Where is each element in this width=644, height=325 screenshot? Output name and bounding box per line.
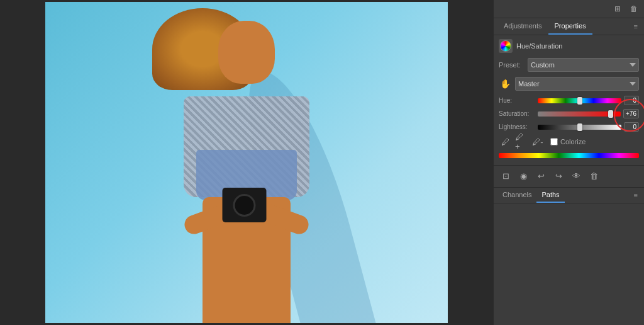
light-thumb[interactable] <box>577 123 582 131</box>
sat-value: +76 <box>623 109 639 118</box>
head <box>218 21 275 84</box>
hs-icon-circle <box>500 40 511 52</box>
clip-to-layer-icon[interactable]: ⊡ <box>499 169 513 183</box>
sat-track-container[interactable] <box>538 111 621 117</box>
visibility-toggle-icon[interactable]: ◉ <box>516 169 530 183</box>
light-slider-group: Lightness: 0 <box>499 122 639 132</box>
colorize-row: Colorize <box>550 138 586 145</box>
light-track-container[interactable] <box>538 125 621 130</box>
sat-label: Saturation: <box>499 110 535 117</box>
preset-dropdown[interactable]: Custom Default Cyanotype Increase Satura… <box>528 58 639 72</box>
tab-properties[interactable]: Properties <box>548 18 592 35</box>
sat-slider-group: Saturation: +76 <box>499 109 639 118</box>
hs-icon <box>499 39 513 53</box>
sat-track[interactable] <box>538 111 621 117</box>
hue-value: 0 <box>624 96 639 105</box>
preset-row: Preset: Custom Default Cyanotype Increas… <box>499 58 639 72</box>
hs-title: Hue/Saturation <box>516 42 562 50</box>
hue-label: Hue: <box>499 97 535 104</box>
delete-icon[interactable]: 🗑 <box>587 169 601 183</box>
hue-slider-row: Hue: 0 <box>499 96 639 105</box>
colorize-checkbox[interactable] <box>550 138 558 145</box>
sat-slider-row: Saturation: +76 <box>499 109 639 118</box>
properties-content: Hue/Saturation Preset: Custom Default Cy… <box>494 35 644 165</box>
hue-track-container[interactable] <box>538 98 621 103</box>
tab-paths[interactable]: Paths <box>536 188 564 203</box>
bottom-tab-bar: Channels Paths ≡ <box>494 187 644 203</box>
channel-dropdown[interactable]: Master Reds Yellows Greens Cyans Blues M… <box>515 77 639 91</box>
color-spectrum-bar <box>499 153 639 158</box>
undo-icon[interactable]: ↩ <box>534 169 548 183</box>
eyedropper-plus-icon[interactable]: 🖊+ <box>515 135 528 148</box>
canvas-area <box>0 0 493 325</box>
panel-menu-icon[interactable]: ≡ <box>631 18 640 35</box>
hs-header: Hue/Saturation <box>499 39 639 53</box>
eyedropper-icon[interactable]: 🖊 <box>499 135 511 148</box>
woman-figure <box>146 2 347 323</box>
channel-row: ✋ Master Reds Yellows Greens Cyans Blues… <box>499 77 639 91</box>
bottom-actions: ⊡ ◉ ↩ ↪ 👁 🗑 <box>494 165 644 187</box>
top-icon-bar: ⊞ 🗑 <box>494 0 644 18</box>
camera <box>223 188 267 222</box>
preset-label: Preset: <box>499 61 524 69</box>
colorize-label: Colorize <box>560 138 586 145</box>
hand-icon: ✋ <box>499 77 511 90</box>
bottom-panel-menu-icon[interactable]: ≡ <box>631 188 640 203</box>
trash-icon[interactable]: 🗑 <box>628 3 640 15</box>
eyedropper-minus-icon[interactable]: 🖊- <box>531 135 544 148</box>
hue-slider-group: Hue: 0 <box>499 96 639 105</box>
tools-row: 🖊 🖊+ 🖊- Colorize <box>499 135 639 148</box>
tab-adjustments[interactable]: Adjustments <box>497 18 548 35</box>
grid-icon[interactable]: ⊞ <box>611 3 624 15</box>
light-label: Lightness: <box>499 123 535 130</box>
eye-icon[interactable]: 👁 <box>569 169 583 183</box>
tab-channels[interactable]: Channels <box>497 188 536 203</box>
right-panel: ⊞ 🗑 Adjustments Properties ≡ Hue/Saturat… <box>493 0 644 325</box>
light-slider-row: Lightness: 0 <box>499 122 639 132</box>
hue-track[interactable] <box>538 98 621 103</box>
light-track[interactable] <box>538 125 621 130</box>
tab-bar: Adjustments Properties ≡ <box>494 18 644 35</box>
sat-thumb[interactable] <box>608 110 613 118</box>
redo-icon[interactable]: ↪ <box>552 169 565 183</box>
hue-thumb[interactable] <box>577 97 582 105</box>
light-value: 0 <box>624 122 639 132</box>
paths-content <box>494 203 644 326</box>
canvas-image <box>45 2 448 323</box>
